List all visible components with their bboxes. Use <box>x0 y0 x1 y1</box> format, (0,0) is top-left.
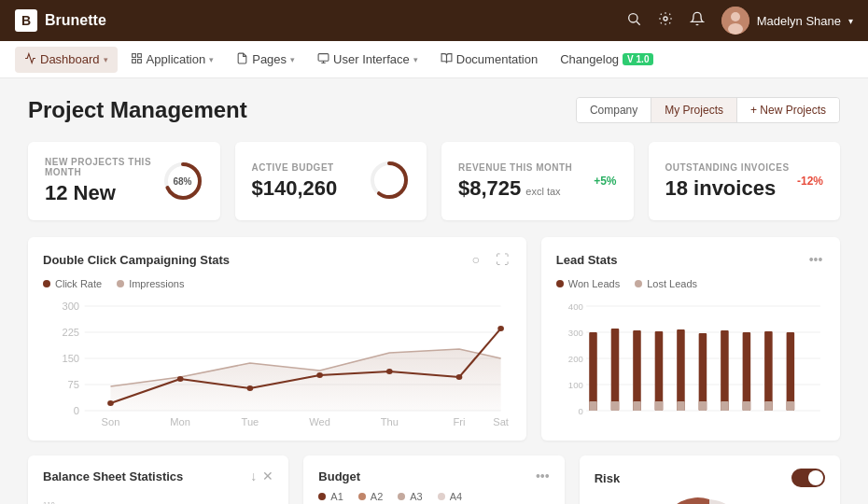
notifications-icon[interactable] <box>690 11 705 30</box>
bar-chart-legend: Won Leads Lost Leads <box>556 278 825 289</box>
line-chart-legend: Click Rate Impressions <box>43 278 511 289</box>
page-actions: Company My Projects + New Projects <box>576 97 840 123</box>
svg-rect-52 <box>589 332 597 411</box>
svg-rect-71 <box>786 401 794 411</box>
user-menu[interactable]: Madelyn Shane ▾ <box>721 7 853 35</box>
progress-text: 68% <box>173 176 191 187</box>
budget-title: Budget <box>318 469 360 483</box>
svg-text:0: 0 <box>74 406 79 416</box>
topbar-icons: Madelyn Shane ▾ <box>626 7 853 35</box>
expand-icon[interactable]: ⛶ <box>493 250 511 269</box>
svg-rect-67 <box>742 401 750 411</box>
bar-chart-title: Lead Stats <box>556 253 618 267</box>
svg-rect-6 <box>132 53 135 57</box>
bar-chart-header: Lead Stats ••• <box>556 250 825 269</box>
legend-a1: A1 <box>318 491 343 502</box>
risk-toggle[interactable] <box>791 469 825 487</box>
nav-item-pages[interactable]: Pages ▾ <box>227 47 304 73</box>
close-icon[interactable]: ✕ <box>262 469 273 483</box>
svg-text:150: 150 <box>62 354 79 364</box>
stats-row: NEW PROJECTS THIS MONTH 12 New 68% ACTIV… <box>28 142 840 220</box>
svg-rect-10 <box>318 53 329 61</box>
new-projects-button[interactable]: + New Projects <box>737 98 839 122</box>
bottom-row: Balance Sheet Statistics ↓ ✕ 110 100 90 … <box>28 455 840 504</box>
svg-point-41 <box>497 326 504 331</box>
balance-sheet-card: Balance Sheet Statistics ↓ ✕ 110 100 90 <box>28 455 288 504</box>
download-icon[interactable]: ↓ <box>250 469 257 483</box>
dashboard-icon <box>24 52 36 67</box>
nav-item-changelog[interactable]: Changelog V 1.0 <box>551 47 663 72</box>
bar-chart-actions: ••• <box>806 250 825 269</box>
svg-point-39 <box>386 369 393 374</box>
search-icon[interactable] <box>626 11 641 30</box>
svg-text:225: 225 <box>62 328 79 338</box>
my-projects-button[interactable]: My Projects <box>651 98 737 122</box>
nav-item-documentation[interactable]: Documentation <box>431 47 547 73</box>
click-rate-label: Click Rate <box>55 278 102 289</box>
svg-rect-54 <box>610 329 619 411</box>
more-icon[interactable]: ••• <box>806 250 825 269</box>
a4-dot <box>438 493 445 500</box>
bar-chart-card: Lead Stats ••• Won Leads Lost Leads <box>541 237 840 441</box>
nav-label-ui: User Interface <box>333 52 410 66</box>
svg-line-1 <box>637 21 640 25</box>
page-header: Project Management Company My Projects +… <box>28 97 840 123</box>
nav-item-application[interactable]: Application ▾ <box>121 47 224 73</box>
a2-label: A2 <box>371 491 383 502</box>
risk-header: Risk <box>595 469 825 487</box>
won-dot <box>556 280 564 287</box>
risk-pie: 15.07% 18.83% <box>658 495 761 504</box>
a1-label: A1 <box>330 491 343 502</box>
svg-text:300: 300 <box>568 329 583 338</box>
toggle-knob <box>808 470 823 485</box>
click-rate-dot <box>43 280 50 287</box>
legend-won: Won Leads <box>556 278 620 289</box>
balance-mini-chart: 110 100 90 <box>43 491 273 504</box>
topbar-logo: B Brunette <box>15 9 106 32</box>
svg-rect-68 <box>764 331 773 411</box>
legend-click-rate: Click Rate <box>43 278 102 289</box>
stat-value-budget: $140,260 <box>252 176 338 201</box>
stat-value-new-projects: 12 New <box>45 181 162 205</box>
svg-rect-58 <box>654 331 663 411</box>
ui-chevron: ▾ <box>413 55 418 64</box>
svg-text:Wed: Wed <box>309 417 330 427</box>
lost-label: Lost Leads <box>647 278 697 289</box>
lost-dot <box>635 280 642 287</box>
revenue-change: +5% <box>594 175 616 188</box>
logo-icon: B <box>21 13 31 28</box>
budget-more-icon[interactable]: ••• <box>536 469 550 483</box>
new-projects-progress: 68% <box>162 161 203 202</box>
svg-rect-69 <box>764 401 773 411</box>
risk-card: Risk <box>580 455 840 504</box>
svg-rect-64 <box>721 330 729 411</box>
impressions-label: Impressions <box>129 278 184 289</box>
avatar <box>721 7 749 35</box>
circle-icon[interactable]: ○ <box>467 250 485 269</box>
svg-rect-61 <box>677 401 685 411</box>
svg-point-38 <box>316 372 323 378</box>
application-icon <box>131 52 143 67</box>
navbar: Dashboard ▾ Application ▾ Pages ▾ User I… <box>0 41 868 78</box>
nav-item-user-interface[interactable]: User Interface ▾ <box>308 47 427 73</box>
svg-rect-62 <box>698 333 707 411</box>
svg-text:400: 400 <box>568 302 583 312</box>
svg-point-37 <box>247 385 254 391</box>
svg-rect-8 <box>132 59 135 63</box>
company-button[interactable]: Company <box>577 98 651 122</box>
nav-label-application: Application <box>147 52 206 66</box>
a2-dot <box>358 493 366 500</box>
svg-text:Son: Son <box>102 417 120 427</box>
svg-point-2 <box>664 17 667 21</box>
svg-text:Tue: Tue <box>241 417 259 427</box>
settings-icon[interactable] <box>658 11 673 30</box>
risk-title: Risk <box>595 471 620 485</box>
svg-text:Mon: Mon <box>170 417 190 427</box>
brand-name: Brunette <box>45 12 106 29</box>
svg-rect-60 <box>677 329 685 411</box>
svg-point-35 <box>107 400 114 406</box>
nav-item-dashboard[interactable]: Dashboard ▾ <box>15 47 118 73</box>
line-chart-header: Double Click Campaigning Stats ○ ⛶ <box>43 250 511 269</box>
balance-actions: ↓ ✕ <box>250 469 273 483</box>
svg-point-0 <box>628 14 637 22</box>
